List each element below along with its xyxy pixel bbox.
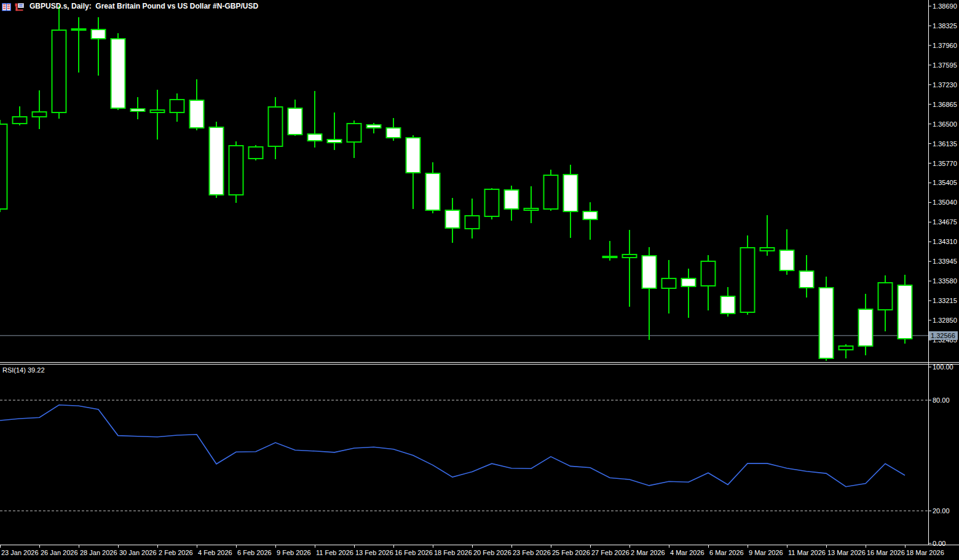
candle-body-bull [0,124,7,209]
candle-body-bear [780,250,794,270]
candle-body-bull [52,30,66,112]
candle [387,118,401,141]
candle-body-bear [819,288,834,358]
candle [52,6,66,119]
date-label: 18 Feb 2026 [434,549,472,556]
candle-body-bear [210,127,224,195]
candle [505,186,519,221]
candle-body-bear [505,190,519,209]
candle-body-bull [701,261,716,286]
candle-body-bull [839,346,853,350]
candle-body-bull [544,175,558,209]
date-label: 13 Feb 2026 [355,549,393,556]
candle [13,106,27,125]
candle [839,344,853,358]
candle-body-bear [426,173,440,210]
candle [92,17,106,76]
date-label: 2 Mar 2026 [631,549,665,556]
price-axis-label: 1.34675 [933,218,957,226]
rsi-axis-label: 0.00 [933,540,945,547]
date-label: 30 Jan 2026 [119,549,157,556]
date-label: 6 Feb 2026 [237,549,272,556]
candle-body-bear [603,256,617,258]
price-axis-label: 1.35040 [933,199,957,206]
date-label: 23 Jan 2026 [1,549,39,556]
candles-layer [0,6,912,361]
price-axis-label: 1.36865 [933,101,957,108]
candle-body-bear [92,30,106,39]
date-label: 16 Mar 2026 [867,549,905,556]
candle [800,255,814,298]
price-axis-label: 1.33215 [933,297,957,304]
candle [406,135,420,209]
date-label: 11 Feb 2026 [316,549,353,556]
candle [170,93,184,122]
price-chart-canvas[interactable]: 1.386901.383251.379601.375951.372301.368… [0,0,959,560]
candle-body-bull [13,117,27,124]
rsi-axis-label: 80.00 [933,396,950,404]
candle-body-bear [859,309,873,346]
price-axis-label: 1.35770 [933,160,957,167]
candle [583,202,598,240]
candle-body-bull [662,278,676,288]
time-axis[interactable]: 23 Jan 202626 Jan 202628 Jan 202630 Jan … [1,545,944,557]
candle-body-bull [72,29,86,30]
candle [367,123,381,133]
candle-body-bear [800,271,814,288]
bar-chart-icon [15,2,24,10]
date-label: 16 Feb 2026 [395,549,433,556]
price-axis-label: 1.37230 [933,81,957,89]
candle-body-bear [131,109,145,111]
quotes-grid-icon [2,2,11,10]
candle [347,120,361,158]
candle-body-bear [583,211,598,219]
candle-body-bull [760,248,775,251]
candle [328,112,342,150]
candle-body-bull [741,248,755,312]
candle-body-bear [564,175,578,211]
candle [288,100,302,136]
candle [623,230,637,307]
candle [33,90,47,129]
rsi-name: RSI(14) [2,366,26,374]
candle-body-bear [328,140,342,143]
date-label: 9 Mar 2026 [749,549,783,556]
rsi-axis-label: 100.00 [933,363,953,371]
candle-body-bull [249,147,263,159]
candle [485,188,499,219]
date-label: 4 Feb 2026 [198,549,232,556]
candle-body-bull [229,146,243,195]
candle [878,275,893,331]
candle-body-bear [190,100,204,128]
rsi-value: 39.22 [28,366,45,374]
candle [780,229,794,275]
candle-body-bear [642,256,657,288]
rsi-axis[interactable]: 100.0080.0020.000.00 [928,363,953,547]
candle-body-bear [111,39,125,108]
candle [249,145,263,160]
date-label: 11 Mar 2026 [788,549,826,556]
candle [898,275,912,344]
candle-body-bear [288,108,302,135]
candle [426,162,440,213]
candle [0,120,7,212]
candle-body-bull [347,124,361,142]
date-label: 28 Jan 2026 [80,549,117,556]
date-label: 27 Feb 2026 [591,549,629,556]
date-label: 26 Jan 2026 [41,549,78,556]
candle [111,33,125,110]
chart-window: 1.386901.383251.379601.375951.372301.368… [0,0,959,560]
date-label: 25 Feb 2026 [552,549,590,556]
candle-body-bull [485,189,499,216]
candle-body-bull [151,110,165,112]
current-price-tag: 1.32566 [929,331,958,340]
candle [603,241,617,261]
rsi-line [0,405,905,487]
candle [210,122,224,198]
date-label: 18 Mar 2026 [906,549,944,556]
candle [72,17,86,73]
date-label: 4 Mar 2026 [670,549,704,556]
candle [741,235,755,315]
price-axis[interactable]: 1.386901.383251.379601.375951.372301.368… [928,2,957,344]
candle [465,199,480,239]
